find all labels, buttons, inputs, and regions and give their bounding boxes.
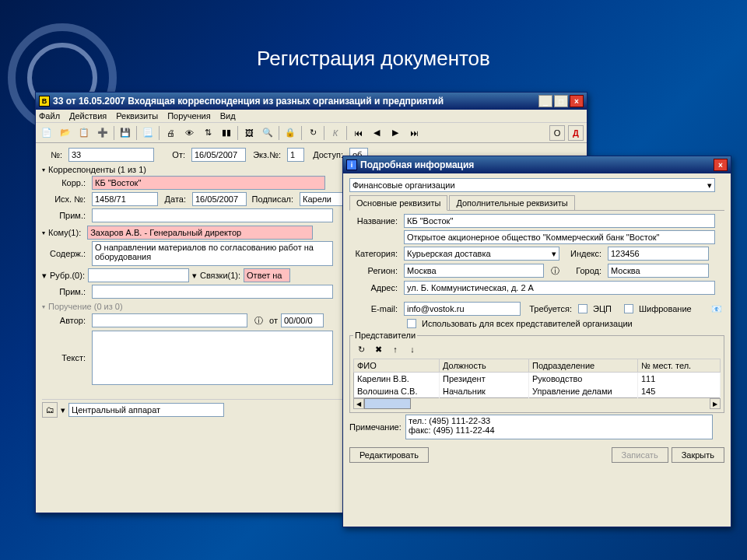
- mail-icon[interactable]: 📧: [709, 301, 724, 317]
- prim2-input[interactable]: [92, 285, 333, 299]
- menu-actions[interactable]: Действия: [69, 111, 107, 121]
- toolbar-search-icon[interactable]: 🔍: [260, 125, 275, 141]
- info-icon[interactable]: ⓘ: [547, 263, 563, 278]
- scroll-right-icon[interactable]: ▶: [710, 398, 721, 409]
- podpisal-label: Подписал:: [250, 194, 296, 204]
- toolbar-sep: [136, 126, 137, 140]
- toolbar-sep: [279, 126, 279, 140]
- col-tel[interactable]: № мест. тел.: [638, 359, 721, 373]
- table-row[interactable]: Волошина С.В. Начальник Управление делам…: [354, 385, 721, 398]
- tab-main[interactable]: Основные реквизиты: [349, 195, 447, 211]
- shifr-checkbox[interactable]: [624, 304, 633, 313]
- status-input[interactable]: [68, 403, 224, 417]
- toolbar-doc-icon[interactable]: 📃: [140, 125, 156, 141]
- toolbar-barcode-icon[interactable]: ▮▮: [219, 125, 234, 141]
- minimize-button[interactable]: _: [538, 95, 552, 107]
- use-all-checkbox[interactable]: [407, 319, 416, 328]
- menubar: Файл Действия Реквизиты Поручения Вид: [36, 110, 587, 123]
- tab-additional[interactable]: Дополнительные реквизиты: [449, 195, 574, 210]
- toolbar-add-icon[interactable]: ➕: [95, 125, 110, 141]
- toolbar-save-icon[interactable]: 💾: [117, 125, 133, 141]
- scroll-thumb[interactable]: [364, 398, 411, 409]
- edit-button[interactable]: Редактировать: [349, 447, 429, 463]
- ekz-input[interactable]: [287, 148, 304, 162]
- toolbar-preview-icon[interactable]: 👁: [181, 125, 197, 141]
- rubr-input[interactable]: [88, 268, 189, 282]
- refresh-icon[interactable]: ↻: [353, 341, 369, 357]
- indeks-label: Индекс:: [563, 249, 605, 258]
- collapse-icon[interactable]: ▾: [42, 303, 45, 310]
- email-input[interactable]: [404, 302, 521, 316]
- tekst-input[interactable]: [92, 331, 333, 385]
- collapse-icon[interactable]: ▾: [42, 229, 45, 236]
- toolbar-copy-icon[interactable]: 📋: [76, 125, 92, 141]
- toolbar-sync-icon[interactable]: ↻: [305, 125, 321, 141]
- menu-view[interactable]: Вид: [220, 111, 236, 121]
- org-type-dropdown[interactable]: Финансовые организации ▾: [349, 178, 715, 192]
- soderzh-input[interactable]: [92, 241, 333, 266]
- podpisal-input[interactable]: [300, 192, 343, 206]
- shifr-label: Шифрование: [639, 304, 692, 313]
- svyazki-input[interactable]: [244, 268, 290, 282]
- toolbar-image-icon[interactable]: 🖼: [241, 125, 257, 141]
- toolbar-cursive-icon[interactable]: К: [328, 125, 343, 141]
- save-button[interactable]: Записать: [612, 447, 668, 463]
- toolbar-d-button[interactable]: Д: [568, 125, 584, 141]
- org-type-value: Финансовые организации: [352, 180, 707, 190]
- down-icon[interactable]: ↓: [405, 341, 420, 357]
- toolbar-lock-icon[interactable]: 🔒: [282, 125, 298, 141]
- soderzh-label: Содерж.:: [42, 249, 89, 258]
- dialog-close-button[interactable]: ×: [714, 159, 728, 171]
- nazvanie-input[interactable]: [404, 214, 715, 228]
- toolbar-prev-icon[interactable]: ◀: [369, 125, 384, 141]
- folder-icon[interactable]: 🗂: [42, 402, 58, 418]
- predstaviteli-grid[interactable]: ФИО Должность Подразделение № мест. тел.…: [353, 359, 721, 398]
- ecp-checkbox[interactable]: [578, 304, 587, 313]
- toolbar-sep: [301, 126, 302, 140]
- kategoria-dropdown[interactable]: Курьерская доставка ▾: [404, 247, 559, 261]
- prim-input[interactable]: [92, 208, 333, 222]
- horizontal-scrollbar[interactable]: ◀ ▶: [353, 398, 721, 409]
- cancel-icon[interactable]: ✖: [370, 341, 386, 357]
- col-dolzh[interactable]: Должность: [440, 359, 529, 373]
- collapse-icon[interactable]: ▾: [42, 166, 45, 173]
- korr-input[interactable]: [92, 176, 325, 190]
- adres-input[interactable]: [404, 281, 715, 295]
- menu-requisites[interactable]: Реквизиты: [116, 111, 158, 121]
- ot-input[interactable]: [191, 148, 246, 162]
- indeks-input[interactable]: [608, 247, 709, 261]
- gorod-input[interactable]: [608, 264, 709, 278]
- komu-input[interactable]: [87, 226, 313, 240]
- table-row[interactable]: Карелин В.В. Президент Руководство 111: [354, 373, 721, 386]
- collapse-icon[interactable]: ▾: [192, 271, 197, 281]
- toolbar-next-icon[interactable]: ▶: [388, 125, 403, 141]
- col-podr[interactable]: Подразделение: [529, 359, 638, 373]
- avtor-input[interactable]: [92, 313, 247, 327]
- collapse-icon[interactable]: ▾: [42, 271, 47, 281]
- toolbar-new-icon[interactable]: 📄: [39, 125, 54, 141]
- primechanie-input[interactable]: [405, 415, 713, 439]
- menu-file[interactable]: Файл: [39, 111, 60, 121]
- maximize-button[interactable]: □: [554, 95, 568, 107]
- svyazki-section: Связки(1):: [200, 271, 240, 280]
- data-input[interactable]: [192, 192, 247, 206]
- no-input[interactable]: [68, 148, 154, 162]
- info-icon[interactable]: ⓘ: [251, 313, 266, 328]
- dropdown-icon[interactable]: ▾: [61, 405, 65, 415]
- menu-orders[interactable]: Поручения: [167, 111, 211, 121]
- desc-input[interactable]: [404, 230, 715, 244]
- toolbar-first-icon[interactable]: ⏮: [350, 125, 366, 141]
- up-icon[interactable]: ↑: [388, 341, 403, 357]
- col-fio[interactable]: ФИО: [354, 359, 440, 373]
- close-button[interactable]: ×: [570, 95, 584, 107]
- close-button[interactable]: Закрыть: [672, 447, 724, 463]
- toolbar-o-button[interactable]: О: [549, 125, 565, 141]
- region-input[interactable]: [404, 264, 544, 278]
- toolbar-sort-icon[interactable]: ⇅: [200, 125, 216, 141]
- toolbar-last-icon[interactable]: ⏭: [406, 125, 422, 141]
- avtor-ot-input[interactable]: [281, 313, 324, 327]
- toolbar-open-icon[interactable]: 📂: [58, 125, 73, 141]
- scroll-left-icon[interactable]: ◀: [353, 398, 364, 409]
- toolbar-print-icon[interactable]: 🖨: [163, 125, 178, 141]
- ish-input[interactable]: [92, 192, 158, 206]
